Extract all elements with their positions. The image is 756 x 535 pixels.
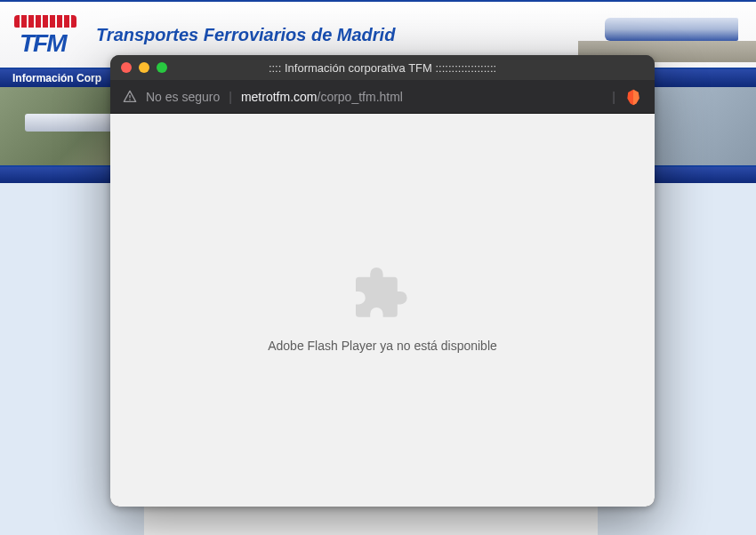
plugin-missing-icon <box>351 268 414 323</box>
url-host: metrotfm.com <box>241 90 318 104</box>
minimize-button[interactable] <box>139 62 149 73</box>
url-path: /corpo_tfm.html <box>318 90 403 104</box>
separator: | <box>229 90 232 104</box>
svg-rect-0 <box>129 95 130 98</box>
logo[interactable]: TFM Transportes Ferroviarios de Madrid <box>14 12 395 58</box>
separator: | <box>612 90 615 104</box>
browser-popup-window: :::: Información corporativa TFM :::::::… <box>110 55 655 507</box>
window-titlebar[interactable]: :::: Información corporativa TFM :::::::… <box>110 55 655 80</box>
window-controls <box>121 62 167 73</box>
zoom-button[interactable] <box>157 62 167 73</box>
window-title: :::: Información corporativa TFM :::::::… <box>269 61 496 75</box>
site-title: Transportes Ferroviarios de Madrid <box>96 25 395 45</box>
address-bar: No es seguro | metrotfm.com/corpo_tfm.ht… <box>110 80 655 114</box>
security-label[interactable]: No es seguro <box>146 90 220 104</box>
close-button[interactable] <box>121 62 132 73</box>
flash-unavailable-message: Adobe Flash Player ya no está disponible <box>268 339 497 353</box>
nav-item-info-corp[interactable]: Información Corp <box>12 72 101 84</box>
logo-acronym: TFM <box>20 29 66 58</box>
brave-shields-icon[interactable] <box>624 88 642 106</box>
url-display[interactable]: metrotfm.com/corpo_tfm.html <box>241 90 403 104</box>
svg-rect-1 <box>129 99 130 100</box>
insecure-icon[interactable] <box>123 90 137 104</box>
page-viewport: Adobe Flash Player ya no está disponible <box>110 114 655 507</box>
header-train-illustration <box>578 9 756 62</box>
logo-graphic: TFM <box>14 12 85 58</box>
